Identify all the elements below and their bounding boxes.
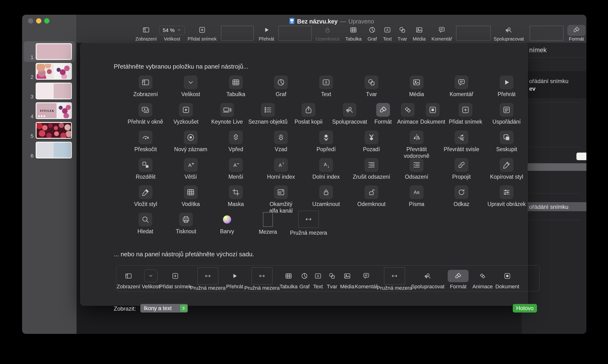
dialog-item-upravit-obrazek[interactable]: Upravit obrázek [485, 185, 528, 208]
dialog-item-prehrat-v-okne[interactable]: Přehrát v okně [124, 103, 167, 125]
slide-thumbnail-1[interactable] [36, 43, 72, 60]
dialog-item-velikost[interactable]: Velikost [169, 76, 212, 98]
play-icon [500, 76, 513, 89]
dialog-item-vyzkouset[interactable]: Vyzkoušet [165, 103, 207, 125]
slide-thumbnail-4[interactable]: TITULEK [36, 102, 72, 119]
add-slide-icon [459, 103, 473, 117]
dialog-item-odkaz[interactable]: Odkaz [440, 185, 483, 208]
zoom-button[interactable] [44, 18, 49, 24]
slide-thumbnail-image [37, 143, 71, 157]
dialog-item-dolni-index[interactable]: A1Dolní index [305, 158, 348, 180]
dialog-item-vzad[interactable]: Vzad [260, 130, 302, 153]
default-set-item-pruzna-mezera[interactable]: Pružná mezera [377, 269, 412, 291]
dialog-instruction-bottom: ... nebo na panel nástrojů přetáhněte vý… [114, 251, 254, 258]
dialog-item-pridat-snimek[interactable]: Přidat snímek [444, 103, 487, 125]
show-mode-select[interactable]: Ikony a text [140, 304, 188, 312]
toolbar-item-format[interactable]: Formát [559, 25, 586, 43]
add-slide-icon [158, 270, 193, 282]
dialog-item-label: Graf [260, 91, 302, 98]
slide-thumbnail-3[interactable] [36, 83, 72, 99]
dialog-item-tvar[interactable]: Tvar [350, 76, 393, 98]
dialog-item-text[interactable]: AText [305, 76, 348, 98]
dialog-item-novy-zaznam[interactable]: Nový záznam [169, 130, 212, 153]
dialog-item-popredi[interactable]: Popředí [305, 130, 348, 153]
dialog-item-voditka[interactable]: Vodítka [169, 185, 212, 208]
dialog-item-seznam-objektu[interactable]: Seznam objektů [246, 103, 289, 125]
inspector-white-button[interactable] [576, 153, 586, 160]
dialog-item-label: Tisknout [165, 228, 207, 235]
dialog-item-pruzna-mezera[interactable]: Pružná mezera [287, 213, 330, 236]
dialog-item-mensi[interactable]: AMenší [215, 158, 257, 180]
rehearse-icon [179, 103, 193, 117]
dialog-item-uzamknout[interactable]: Uzamknout [305, 185, 348, 208]
dialog-item-vpred[interactable]: Vpřed [215, 130, 257, 153]
inspector-tab-snimek[interactable]: nímek [529, 47, 547, 54]
toolbar-item-spolupracovat[interactable]: Spolupracovat [491, 25, 527, 43]
dialog-item-kopirovat-styl[interactable]: Kopírovat styl [485, 158, 528, 180]
dialog-item-prevratit-svisle[interactable]: Převrátit svisle [440, 130, 483, 153]
svg-text:A: A [279, 163, 282, 168]
toolbar-item-animace[interactable]: Animace [583, 25, 586, 43]
dialog-instruction-top: Přetáhněte vybranou položku na panel nás… [114, 63, 248, 70]
dialog-item-komentar[interactable]: Komentář [440, 76, 483, 98]
collaborate-icon [343, 103, 356, 117]
slide-layout-label: ořádání snímku [529, 78, 568, 84]
dialog-item-horni-index[interactable]: A1Horní index [260, 158, 302, 180]
dialog-item-okamzity-alfa-kanal[interactable]: Okamžitý alfa kanál [260, 185, 302, 214]
dialog-item-tisknout[interactable]: Tisknout [165, 213, 207, 235]
zoom-level-button[interactable]: 54 % [159, 26, 185, 35]
slide-number: 6 [24, 153, 33, 159]
dialog-item-pozadi[interactable]: Pozadí [350, 130, 393, 153]
dialog-item-prevratit-vodorovne[interactable]: Převrátit vodorovně [395, 130, 438, 159]
dialog-item-odsazeni[interactable]: Odsazení [395, 158, 438, 180]
dialog-item-preskocit[interactable]: Přeskočit [124, 130, 167, 153]
dialog-item-keynote-live[interactable]: Keynote Live [206, 103, 248, 125]
inspector-divider [528, 220, 581, 220]
dialog-item-barvy[interactable]: Barvy [206, 213, 248, 235]
default-set-item-pridat-snimek[interactable]: Přidat snímek [158, 269, 193, 290]
show-mode-value: Ikony a text [140, 305, 180, 312]
dialog-item-vetsi[interactable]: AVětší [169, 158, 212, 180]
slide-thumbnail-5[interactable] [36, 122, 72, 139]
dialog-item-usporadani[interactable]: Uspořádání [485, 103, 528, 125]
dialog-item-zobrazeni[interactable]: Zobrazení [124, 76, 167, 98]
toolbar: Zobrazení54 %VelikostPřidat snímekPřehrá… [77, 25, 586, 43]
dialog-item-pisma[interactable]: AaPísma [395, 185, 438, 208]
add-slide-icon [198, 26, 206, 35]
slide-number: 4 [24, 113, 33, 120]
dialog-item-label: Zobrazení [124, 91, 167, 98]
dialog-item-hledat[interactable]: Hledat [124, 213, 167, 235]
dialog-item-propojit[interactable]: Propojit [440, 158, 483, 180]
flexible-space-icon [252, 267, 272, 285]
dialog-item-label: Přidat snímek [444, 119, 487, 125]
slide-thumbnail-6[interactable] [36, 142, 72, 158]
dialog-item-zrusit-odsazeni[interactable]: Zrušit odsazení [350, 158, 393, 180]
dialog-item-graf[interactable]: Graf [260, 76, 302, 98]
dialog-item-vlozit-styl[interactable]: Vložit styl [124, 185, 167, 208]
toolbar-item-pridat-snimek[interactable]: Přidat snímek [184, 25, 220, 43]
dialog-item-prehrat[interactable]: Přehrát [485, 76, 528, 98]
default-toolbar-set[interactable]: ZobrazeníVelikostPřidat snímekPružná mez… [116, 265, 540, 291]
svg-text:A: A [325, 80, 327, 84]
dialog-item-seskupit[interactable]: Seskupit [485, 130, 528, 153]
minimize-button[interactable] [36, 18, 41, 24]
default-set-item-dokument[interactable]: Dokument [489, 269, 525, 290]
dialog-item-tabulka[interactable]: Tabulka [215, 76, 257, 98]
close-button[interactable] [28, 18, 33, 24]
send-to-back-icon [365, 130, 378, 144]
dialog-item-media[interactable]: Média [395, 76, 438, 98]
indent-icon [410, 158, 423, 172]
dialog-item-poslat-kopii[interactable]: Poslat kopii [287, 103, 330, 125]
done-button[interactable]: Hotovo [513, 304, 537, 312]
dialog-item-label: Rozdělit [124, 174, 167, 180]
dialog-item-rozdelit[interactable]: Rozdělit [124, 158, 167, 180]
dialog-item-odemknout[interactable]: Odemknout [350, 185, 393, 208]
connect-icon [455, 158, 468, 172]
slide-bullet-dots [38, 115, 45, 117]
dialog-item-maska[interactable]: Maska [215, 185, 257, 208]
toolbar-drop-placeholder [278, 26, 312, 41]
slide-thumbnail-image [37, 64, 71, 79]
toolbar-item-komentar[interactable]: Komentář [424, 25, 459, 43]
dialog-item-mezera[interactable]: Mezera [246, 213, 289, 235]
slide-thumbnail-2[interactable] [36, 63, 72, 80]
